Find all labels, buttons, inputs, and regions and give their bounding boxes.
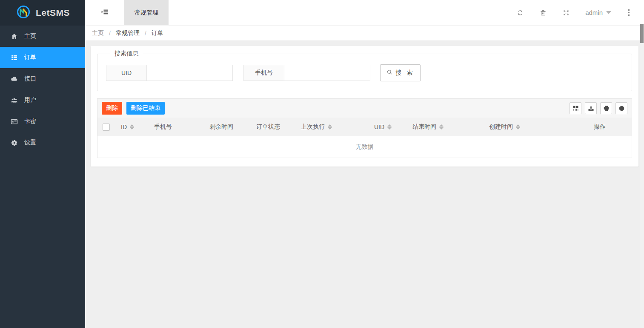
scrollbar-track[interactable] — [640, 24, 644, 328]
tab-general-management[interactable]: 常规管理 — [124, 0, 169, 25]
chevron-down-icon — [606, 11, 611, 14]
uid-field-group: UID — [106, 65, 233, 81]
collapse-sidebar-button[interactable] — [85, 0, 124, 25]
sidebar-item-orders[interactable]: 订单 — [0, 47, 85, 68]
table-header-row: ID 手机号 剩余时间 订单状态 上次执行 — [97, 118, 632, 136]
orders-table: 删除 删除已结束 — [97, 98, 632, 158]
breadcrumb: 主页 / 常规管理 / 订单 — [85, 26, 644, 41]
sort-icon[interactable] — [130, 124, 134, 129]
sidebar-nav: 主页 订单 接口 — [0, 26, 85, 153]
table-header-checkbox-cell — [97, 124, 114, 131]
print-icon[interactable] — [600, 102, 612, 114]
column-label: 手机号 — [154, 123, 172, 131]
search-legend: 搜索信息 — [110, 50, 143, 58]
column-label: UID — [374, 124, 384, 130]
sidebar-item-users[interactable]: 用户 — [0, 89, 85, 111]
phone-field-group: 手机号 — [243, 65, 370, 81]
more-vertical-icon[interactable] — [627, 9, 631, 17]
search-icon — [386, 69, 393, 77]
users-icon — [11, 97, 18, 104]
sidebar-item-cards[interactable]: 卡密 — [0, 111, 85, 132]
table-header-actions: 操作 — [568, 123, 632, 131]
trash-icon[interactable] — [539, 9, 547, 17]
home-icon — [11, 33, 18, 40]
sidebar-item-label: 主页 — [24, 32, 36, 40]
letsms-logo-icon — [16, 5, 31, 21]
sidebar-item-label: 用户 — [24, 96, 36, 104]
breadcrumb-current: 订单 — [152, 29, 163, 37]
brand-title: LetSMS — [36, 8, 70, 18]
breadcrumb-category: 常规管理 — [116, 29, 140, 37]
orders-card: 搜索信息 UID 手机号 — [91, 46, 638, 167]
sort-icon[interactable] — [439, 124, 444, 129]
sort-icon[interactable] — [328, 124, 332, 129]
username: admin — [585, 9, 603, 16]
column-label: 创建时间 — [489, 123, 513, 131]
main-area: 常规管理 — [85, 0, 644, 328]
table-empty-state: 无数据 — [97, 136, 632, 158]
topbar: 常规管理 — [85, 0, 644, 26]
sort-icon[interactable] — [387, 124, 392, 129]
table-header-end-time: 结束时间 — [406, 123, 483, 131]
fullscreen-icon[interactable] — [562, 9, 570, 17]
uid-field-label: UID — [106, 65, 147, 81]
user-menu[interactable]: admin — [585, 9, 611, 16]
table-header-uid: UID — [368, 124, 406, 130]
column-label: 剩余时间 — [209, 123, 233, 131]
search-button[interactable]: 搜 索 — [380, 64, 421, 81]
search-button-label: 搜 索 — [396, 69, 415, 77]
table-header-create-time: 创建时间 — [483, 123, 568, 131]
sidebar-item-home[interactable]: 主页 — [0, 26, 85, 47]
sidebar-item-label: 设置 — [24, 139, 36, 147]
sidebar-item-settings[interactable]: 设置 — [0, 132, 85, 153]
cloud-icon — [11, 75, 18, 83]
sidebar-item-api[interactable]: 接口 — [0, 68, 85, 89]
breadcrumb-home[interactable]: 主页 — [92, 29, 104, 37]
collapse-icon — [100, 8, 109, 18]
breadcrumb-separator: / — [145, 30, 146, 37]
table-header-last-exec: 上次执行 — [295, 123, 368, 131]
column-label: ID — [121, 124, 127, 130]
scrollbar-thumb[interactable] — [640, 24, 644, 43]
app-window: LetSMS 主页 订单 — [0, 0, 644, 328]
search-fieldset: 搜索信息 UID 手机号 — [97, 50, 632, 91]
table-header-phone: 手机号 — [148, 123, 203, 131]
table-toolbar: 删除 删除已结束 — [97, 99, 632, 118]
order-list-icon — [11, 54, 18, 61]
id-card-icon — [11, 118, 18, 125]
sidebar-item-label: 接口 — [24, 75, 36, 83]
table-header-id: ID — [114, 124, 148, 130]
column-label: 订单状态 — [256, 123, 280, 131]
column-label: 操作 — [594, 123, 606, 131]
topbar-actions: admin — [516, 0, 644, 25]
table-header-remaining-time: 剩余时间 — [203, 123, 250, 131]
table-toolbar-icons — [570, 102, 627, 114]
column-label: 结束时间 — [412, 123, 436, 131]
sidebar-item-label: 卡密 — [24, 118, 36, 125]
export-icon[interactable] — [585, 102, 597, 114]
uid-input[interactable] — [147, 65, 233, 81]
filter-columns-icon[interactable] — [570, 102, 581, 114]
phone-input[interactable] — [284, 65, 370, 81]
phone-field-label: 手机号 — [243, 65, 284, 81]
content-area: 搜索信息 UID 手机号 — [85, 41, 644, 328]
table-header-order-status: 订单状态 — [250, 123, 295, 131]
breadcrumb-separator: / — [109, 30, 111, 37]
delete-button[interactable]: 删除 — [102, 102, 122, 115]
sort-icon[interactable] — [516, 124, 520, 129]
scrollbar[interactable] — [640, 0, 644, 328]
gear-icon — [11, 139, 18, 147]
brand-logo[interactable]: LetSMS — [0, 0, 85, 26]
info-icon[interactable] — [615, 102, 627, 114]
refresh-icon[interactable] — [516, 9, 524, 17]
sidebar-item-label: 订单 — [24, 54, 36, 61]
sidebar: LetSMS 主页 订单 — [0, 0, 85, 328]
delete-finished-button[interactable]: 删除已结束 — [126, 102, 165, 115]
select-all-checkbox[interactable] — [103, 124, 110, 131]
search-form: UID 手机号 搜 索 — [106, 64, 623, 81]
column-label: 上次执行 — [301, 123, 325, 131]
